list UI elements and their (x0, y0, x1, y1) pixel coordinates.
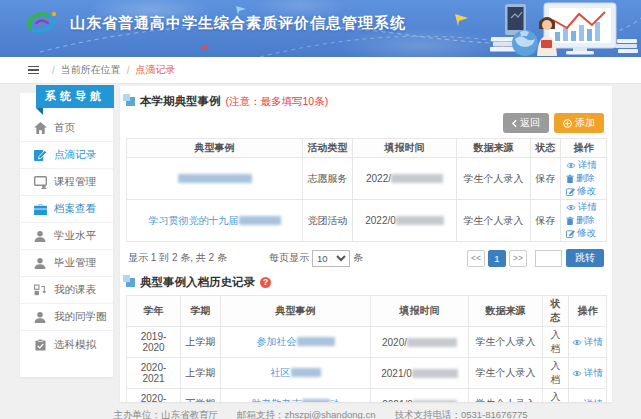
section1-title: 本学期典型事例 (140, 94, 221, 109)
sidebar-item-archive[interactable]: 档案查看 (20, 196, 113, 223)
detail-link[interactable]: 详情 (572, 398, 603, 403)
user-icon (33, 312, 47, 323)
table-row: 学习贯彻党的十九届 党团活动 2022/0 学生个人录入 保存 详情 删除 修改 (127, 200, 607, 242)
archive-icon (33, 204, 47, 215)
breadcrumb-location-label: 当前所在位置 (61, 63, 121, 77)
page: 山东省普通高中学生综合素质评价信息管理系统 (0, 0, 641, 419)
redacted-text (178, 174, 252, 183)
table-row: 2019-2020 上学期 参加社会 2020/ 学生个人录入 入档 详情 (127, 327, 607, 358)
archived-cases-table: 学年 学期 典型事例 填报时间 数据来源 状态 操作 2019-2020 上学期… (126, 295, 607, 402)
site-logo (24, 8, 62, 38)
eye-icon (572, 401, 582, 403)
section-square-icon (126, 278, 135, 287)
edit-icon (566, 187, 575, 196)
case-link[interactable]: 参加社会 (257, 336, 335, 347)
sidebar-item-academic-level[interactable]: 学业水平 (20, 223, 113, 250)
edit-link[interactable]: 修改 (566, 227, 603, 240)
sidebar-item-timetable[interactable]: 我的课表 (20, 277, 113, 304)
section1-note: (注意：最多填写10条) (226, 95, 329, 109)
case-link[interactable]: 学习贯彻党的十九届 (149, 215, 281, 226)
add-button[interactable]: 添加 (554, 113, 604, 133)
home-icon (33, 122, 47, 134)
menu-icon[interactable] (28, 66, 39, 75)
main-content: 本学期典型事例 (注意：最多填写10条) 返回 添加 典型事例 (120, 86, 612, 402)
record-edit-icon (33, 149, 47, 161)
sidebar-title: 系统导航 (36, 85, 114, 108)
page-footer: 主办单位：山东省教育厅 邮箱支持：zhszpj@shandong.cn 技术支持… (0, 404, 641, 419)
footer-text: 主办单位：山东省教育厅 邮箱支持：zhszpj@shandong.cn 技术支持… (113, 409, 527, 419)
section1-header: 本学期典型事例 (注意：最多填写10条) (126, 94, 606, 109)
trash-icon (566, 216, 574, 226)
detail-link[interactable]: 详情 (566, 159, 603, 172)
redacted-text (239, 216, 281, 225)
app-title: 山东省普通高中学生综合素质评价信息管理系统 (70, 14, 406, 33)
user-icon (33, 231, 47, 242)
section2-title: 典型事例入档历史记录 (140, 275, 255, 290)
sidebar-nav: 首页 点滴记录 课程管理 档案查看 学业水平 (20, 93, 113, 358)
jump-page-input[interactable] (535, 250, 562, 267)
sidebar-item-records[interactable]: 点滴记录 (20, 142, 113, 169)
table-header-row: 学年 学期 典型事例 填报时间 数据来源 状态 操作 (127, 296, 607, 327)
sidebar: 系统导航 首页 点滴记录 课程管理 档案查看 (20, 93, 113, 377)
delete-link[interactable]: 删除 (566, 172, 603, 185)
help-icon[interactable]: ? (260, 277, 271, 288)
trash-icon (566, 174, 574, 184)
sidebar-item-subject-simulation[interactable]: 选科模拟 (20, 331, 113, 358)
paper-plane-icon (455, 14, 468, 26)
redacted-text (412, 369, 458, 378)
table-row: 2020-2021 下学期 助老敬老志动 2021/0 学生个人录入 入档 详情 (127, 389, 607, 403)
app-header: 山东省普通高中学生综合素质评价信息管理系统 (0, 0, 641, 57)
header-illustration (489, 1, 639, 56)
redacted-text (413, 400, 457, 403)
delete-link[interactable]: 删除 (566, 214, 603, 227)
sidebar-item-graduation[interactable]: 毕业管理 (20, 250, 113, 277)
table-row: 2020-2021 上学期 社区 2021/0 学生个人录入 入档 详情 (127, 358, 607, 389)
sidebar-item-courses[interactable]: 课程管理 (20, 169, 113, 196)
section1-actions: 返回 添加 (126, 113, 604, 133)
redacted-text (391, 174, 443, 183)
redacted-text (297, 337, 335, 346)
edit-icon (566, 229, 575, 238)
sidebar-item-classmates[interactable]: 我的同学圈 (20, 304, 113, 331)
redacted-text (396, 216, 444, 225)
sidebar-item-home[interactable]: 首页 (20, 115, 113, 142)
page-size-select[interactable]: 10 (312, 250, 350, 267)
current-term-cases-table: 典型事例 活动类型 填报时间 数据来源 状态 操作 志愿服务 2022/ 学生个… (126, 138, 607, 242)
chevron-left-icon (512, 119, 517, 128)
plus-circle-icon (563, 119, 572, 128)
eye-icon (566, 162, 576, 169)
page-number-button[interactable]: 1 (488, 250, 506, 267)
schedule-icon (33, 284, 47, 296)
case-link[interactable]: 社区 (271, 367, 321, 378)
edit-link[interactable]: 修改 (566, 185, 603, 198)
detail-link[interactable]: 详情 (572, 367, 603, 380)
table-row: 志愿服务 2022/ 学生个人录入 保存 详情 删除 修改 (127, 158, 607, 200)
detail-link[interactable]: 详情 (566, 201, 603, 214)
table-header-row: 典型事例 活动类型 填报时间 数据来源 状态 操作 (127, 139, 607, 158)
course-icon (33, 176, 47, 189)
detail-link[interactable]: 详情 (572, 336, 603, 349)
clipboard-check-icon (33, 339, 47, 351)
case-link[interactable] (178, 173, 252, 184)
paper-plane-icon (200, 44, 208, 50)
redacted-text (407, 338, 457, 347)
breadcrumb: / 当前所在位置 / 点滴记录 (0, 57, 641, 84)
eye-icon (572, 339, 582, 346)
prev-page-button[interactable]: << (467, 250, 485, 267)
next-page-button[interactable]: >> (509, 250, 527, 267)
pagination-summary: 显示 1 到 2 条, 共 2 条 (128, 251, 227, 265)
section-square-icon (126, 97, 135, 106)
user-icon (33, 258, 47, 269)
breadcrumb-current[interactable]: 点滴记录 (136, 63, 176, 77)
eye-icon (566, 204, 576, 211)
redacted-text (302, 399, 330, 402)
redacted-text (291, 368, 321, 377)
eye-icon (572, 370, 582, 377)
back-button[interactable]: 返回 (503, 113, 549, 133)
pagination: 显示 1 到 2 条, 共 2 条 每页显示 10 条 << 1 >> 跳转 (126, 242, 606, 273)
jump-button[interactable]: 跳转 (566, 249, 604, 267)
section2-header: 典型事例入档历史记录 ? (126, 275, 606, 290)
case-link[interactable]: 助老敬老志动 (252, 398, 340, 402)
